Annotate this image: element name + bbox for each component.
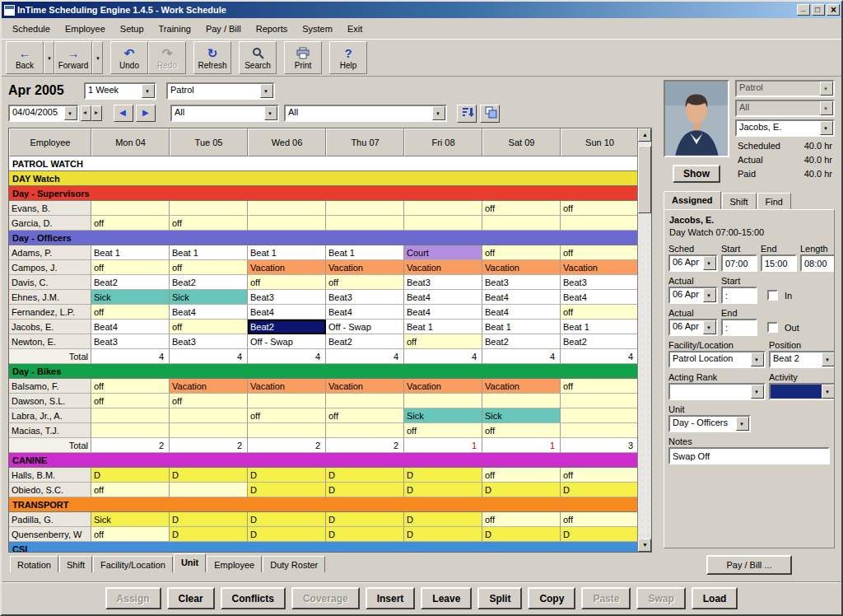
sched-date-combo[interactable]: 06 Apr <box>668 254 718 272</box>
shift-cell[interactable]: D <box>326 527 404 542</box>
shift-cell[interactable]: Beat3 <box>326 290 404 305</box>
shift-cell[interactable]: Vacation <box>404 260 482 275</box>
undo-button[interactable]: ↶Undo <box>110 41 148 74</box>
dropdown-arrow-icon[interactable] <box>751 352 764 366</box>
column-header-employee[interactable]: Employee <box>9 128 91 156</box>
view-tab-shift[interactable]: Shift <box>59 556 92 572</box>
menu-item-exit[interactable]: Exit <box>340 21 370 37</box>
shift-cell[interactable]: D <box>91 468 170 483</box>
clear-button[interactable]: Clear <box>167 587 215 609</box>
shift-cell[interactable]: off <box>170 216 248 231</box>
view-tab-facility-location[interactable]: Facility/Location <box>93 556 173 572</box>
shift-cell[interactable]: D <box>326 512 404 527</box>
employee-name[interactable]: Fernandez, L.P. <box>9 305 91 320</box>
shift-cell[interactable] <box>326 216 404 231</box>
view-tab-employee[interactable]: Employee <box>207 556 262 572</box>
shift-cell[interactable]: Off - Swap <box>248 334 326 349</box>
shift-cell[interactable]: Sick <box>170 290 248 305</box>
shift-cell[interactable]: D <box>404 527 482 542</box>
shift-cell[interactable] <box>170 408 248 423</box>
shift-cell[interactable]: Vacation <box>404 379 482 394</box>
shift-cell[interactable]: Beat3 <box>404 275 482 290</box>
shift-cell[interactable]: Beat 1 <box>170 245 248 260</box>
shift-cell[interactable] <box>482 394 561 408</box>
dropdown-arrow-icon[interactable] <box>703 288 716 302</box>
dropdown-arrow-icon[interactable] <box>703 320 716 334</box>
shift-cell[interactable]: Beat4 <box>404 305 482 320</box>
employee-name[interactable]: Labra, Jr., A. <box>9 408 91 423</box>
shift-cell[interactable]: off <box>482 201 561 216</box>
shift-cell[interactable]: Sick <box>91 290 170 305</box>
dropdown-arrow-icon[interactable] <box>820 121 833 135</box>
shift-cell[interactable] <box>248 394 326 408</box>
position-combo[interactable]: Beat 2 <box>769 351 835 368</box>
dropdown-arrow-icon[interactable] <box>432 106 445 120</box>
shift-cell[interactable] <box>561 394 639 408</box>
shift-cell[interactable]: D <box>482 527 561 542</box>
actual-start-time-field[interactable]: : <box>721 287 757 304</box>
next-day-button[interactable] <box>91 105 102 121</box>
shift-cell[interactable]: D <box>482 483 561 497</box>
shift-cell[interactable]: off <box>170 320 248 334</box>
shift-cell[interactable]: off <box>561 201 639 216</box>
shift-cell[interactable]: Off - Swap <box>326 320 404 334</box>
shift-cell[interactable]: D <box>248 527 326 542</box>
shift-cell[interactable]: Beat3 <box>170 334 248 349</box>
leave-button[interactable]: Leave <box>421 587 472 609</box>
employee-name[interactable]: Evans, B. <box>9 201 91 216</box>
shift-cell[interactable]: Vacation <box>248 260 326 275</box>
employee-name[interactable]: Quensenberry, W <box>9 527 91 542</box>
shift-cell[interactable]: Beat 1 <box>91 245 170 260</box>
shift-cell[interactable]: Beat2 <box>170 275 248 290</box>
shift-cell[interactable] <box>326 423 404 438</box>
shift-cell[interactable] <box>326 394 404 408</box>
menu-item-setup[interactable]: Setup <box>113 21 151 37</box>
shift-cell[interactable]: Beat3 <box>482 275 561 290</box>
shift-cell[interactable]: off <box>91 305 170 320</box>
column-header-tue-05[interactable]: Tue 05 <box>170 128 248 156</box>
employee-name[interactable]: Newton, E. <box>9 334 91 349</box>
period-combo[interactable]: 1 Week <box>84 82 156 100</box>
refresh-button[interactable]: ↻Refresh <box>193 41 231 74</box>
shift-cell[interactable] <box>561 216 639 231</box>
group-combo[interactable]: Patrol <box>166 82 275 100</box>
dropdown-arrow-icon[interactable] <box>822 385 835 399</box>
maximize-button[interactable] <box>812 4 825 16</box>
shift-cell[interactable]: Beat4 <box>482 290 561 305</box>
acting-rank-combo[interactable] <box>668 383 766 400</box>
shift-cell[interactable]: Beat3 <box>561 275 639 290</box>
shift-cell[interactable] <box>326 201 404 216</box>
tab-find[interactable]: Find <box>757 193 791 209</box>
out-checkbox[interactable] <box>767 322 778 333</box>
shift-cell[interactable] <box>561 423 639 438</box>
shift-cell[interactable]: Vacation <box>326 260 404 275</box>
shift-cell[interactable] <box>248 201 326 216</box>
column-header-sat-09[interactable]: Sat 09 <box>482 128 561 156</box>
shift-cell[interactable]: Sick <box>91 512 170 527</box>
shift-cell[interactable]: Beat 1 <box>326 245 404 260</box>
shift-cell[interactable] <box>404 394 482 408</box>
column-header-fri-08[interactable]: Fri 08 <box>404 128 482 156</box>
shift-cell[interactable]: D <box>561 527 639 542</box>
shift-cell[interactable]: off <box>170 260 248 275</box>
shift-cell[interactable]: Beat4 <box>561 290 639 305</box>
help-button[interactable]: ?Help <box>329 41 367 74</box>
column-header-wed-06[interactable]: Wed 06 <box>248 128 326 156</box>
employee-name[interactable]: Halls, B.M. <box>9 468 91 483</box>
insert-button[interactable]: Insert <box>366 587 416 609</box>
in-checkbox[interactable] <box>767 290 778 301</box>
show-button[interactable]: Show <box>673 165 720 183</box>
sched-start-field[interactable]: 07:00 <box>721 254 757 272</box>
vertical-scrollbar[interactable] <box>637 128 651 552</box>
column-header-thu-07[interactable]: Thu 07 <box>326 128 404 156</box>
shift-cell[interactable]: D <box>170 468 248 483</box>
shift-cell[interactable]: D <box>248 512 326 527</box>
facility-combo[interactable]: Patrol Location <box>668 351 766 368</box>
shift-cell[interactable]: off <box>91 394 170 408</box>
view-tab-duty-roster[interactable]: Duty Roster <box>263 556 325 572</box>
shift-cell[interactable]: Beat2 <box>248 320 326 334</box>
shift-cell[interactable]: D <box>404 483 482 497</box>
swap-view-button[interactable] <box>480 105 500 123</box>
employee-name[interactable]: Padilla, G. <box>9 512 91 527</box>
employee-name[interactable]: Garcia, D. <box>9 216 91 231</box>
